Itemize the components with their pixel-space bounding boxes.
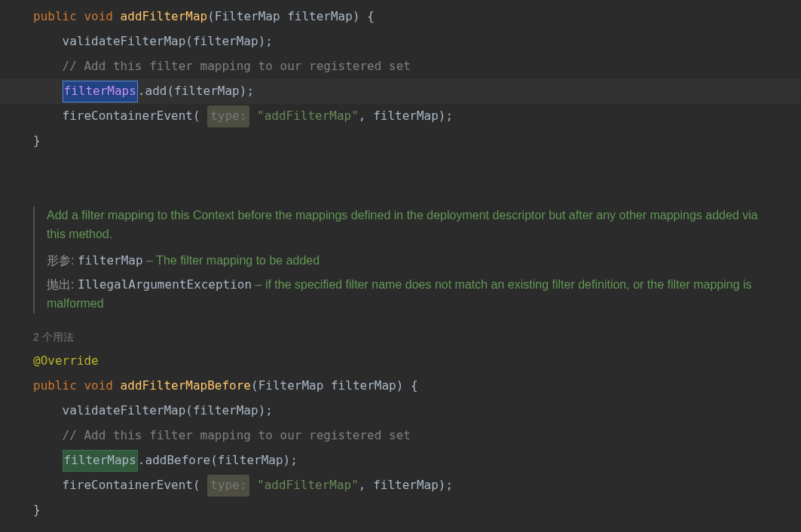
param-type-1: FilterMap (215, 7, 280, 26)
javadoc-throws-type: IllegalArgumentException (78, 277, 252, 292)
code-line-close-1[interactable]: } (0, 129, 801, 154)
code-line-annotation[interactable]: @Override (0, 349, 801, 374)
javadoc-param-label: 形参: (47, 254, 74, 267)
code-line-validate-1[interactable]: validateFilterMap(filterMap); (0, 29, 801, 54)
param-name-1: filterMap (287, 7, 353, 26)
javadoc-param-desc: – The filter mapping to be added (146, 254, 319, 267)
kw-public: public (33, 7, 77, 26)
marked-identifier[interactable]: filterMaps (63, 450, 138, 471)
code-line-addbefore[interactable]: filterMaps.addBefore(filterMap); (0, 448, 801, 473)
javadoc-param-name: filterMap (78, 253, 143, 268)
javadoc-description: Add a filter mapping to this Context bef… (47, 206, 764, 244)
comment-2: // Add this filter mapping to our regist… (63, 426, 411, 445)
selected-identifier[interactable]: filterMaps (63, 81, 138, 102)
code-line-close-2[interactable]: } (0, 498, 801, 523)
code-line-add-1[interactable]: filterMaps.add(filterMap); (0, 79, 801, 104)
override-annotation: @Override (33, 351, 99, 371)
usages-inlay[interactable]: 2 个用法 (0, 329, 801, 346)
code-line-comment-1[interactable]: // Add this filter mapping to our regist… (0, 54, 801, 79)
code-line-sig-2[interactable]: public void addFilterMapBefore(FilterMap… (0, 374, 801, 399)
kw-void: void (84, 7, 113, 26)
code-line-sig-1[interactable]: public void addFilterMap(FilterMap filte… (0, 5, 801, 29)
code-line-fire-1[interactable]: fireContainerEvent( type: "addFilterMap"… (0, 104, 801, 129)
param-hint-1: type: (207, 105, 249, 127)
method-name-2: addFilterMapBefore (121, 376, 251, 396)
comment-1: // Add this filter mapping to our regist… (63, 57, 411, 76)
code-line-comment-2[interactable]: // Add this filter mapping to our regist… (0, 423, 801, 448)
javadoc-param-row: 形参: filterMap – The filter mapping to be… (47, 252, 764, 271)
call-validate-1: validateFilterMap (63, 32, 186, 51)
javadoc-popup: Add a filter mapping to this Context bef… (33, 206, 787, 313)
param-hint-2: type: (207, 475, 249, 496)
method-name-1: addFilterMap (121, 7, 208, 26)
javadoc-throws-label: 抛出: (47, 278, 74, 291)
javadoc-throws-row: 抛出: IllegalArgumentException – if the sp… (47, 276, 764, 313)
code-line-fire-2[interactable]: fireContainerEvent( type: "addFilterMap"… (0, 473, 801, 498)
code-line-validate-2[interactable]: validateFilterMap(filterMap); (0, 399, 801, 423)
